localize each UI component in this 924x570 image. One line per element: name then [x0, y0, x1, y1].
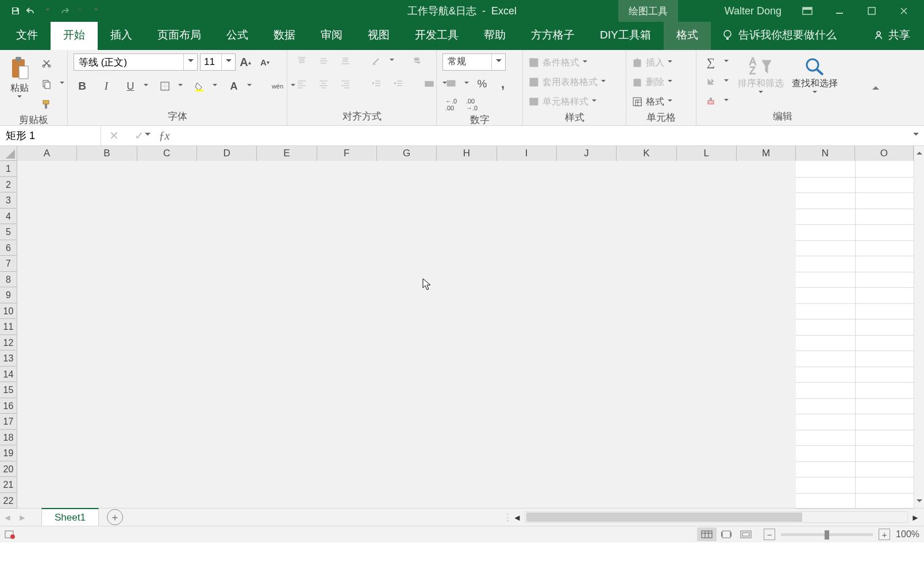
column-header[interactable]: H — [437, 146, 496, 161]
merge-center-button[interactable] — [421, 76, 438, 91]
column-header[interactable]: K — [617, 146, 676, 161]
row-header[interactable]: 2 — [0, 177, 17, 193]
format-painter-button[interactable] — [38, 97, 55, 112]
zoom-percentage[interactable]: 100% — [896, 529, 919, 540]
cut-button[interactable] — [38, 56, 55, 71]
decrease-font-button[interactable]: A▾ — [255, 55, 275, 70]
tab-insert[interactable]: 插入 — [98, 21, 145, 50]
decrease-indent-button[interactable] — [368, 76, 385, 91]
row-header[interactable]: 5 — [0, 224, 17, 240]
signed-in-user[interactable]: Walter Dong — [725, 5, 781, 17]
column-header[interactable]: E — [257, 146, 317, 161]
format-as-table-button[interactable]: 套用表格格式 — [529, 74, 607, 90]
tab-scroll-splitter[interactable]: ⋮ — [505, 510, 511, 524]
maximize-button[interactable] — [858, 2, 885, 20]
hscroll-right-button[interactable]: ► — [909, 511, 922, 523]
find-select-button[interactable]: 查找和选择 — [792, 53, 838, 95]
tab-home[interactable]: 开始 — [51, 21, 98, 50]
row-header[interactable]: 18 — [0, 430, 17, 446]
row-header[interactable]: 7 — [0, 256, 17, 272]
copy-button[interactable] — [38, 76, 55, 91]
column-header[interactable]: C — [137, 146, 197, 161]
autosum-dropdown[interactable] — [723, 55, 730, 70]
sheet-tab-active[interactable]: Sheet1 — [41, 508, 99, 526]
tab-file[interactable]: 文件 — [3, 21, 51, 50]
copy-dropdown[interactable] — [59, 76, 66, 91]
zoom-in-button[interactable]: + — [879, 529, 890, 540]
column-header[interactable]: L — [677, 146, 737, 161]
hscroll-track[interactable] — [525, 511, 908, 523]
expand-formula-bar-button[interactable] — [908, 126, 924, 145]
normal-view-button[interactable] — [697, 527, 717, 541]
tab-view[interactable]: 视图 — [355, 21, 402, 50]
italic-button[interactable]: I — [98, 79, 115, 94]
format-cells-button[interactable]: 格式 — [632, 94, 673, 110]
row-header[interactable]: 6 — [0, 240, 17, 256]
font-size-dropdown-icon[interactable] — [221, 54, 235, 70]
comma-style-button[interactable]: , — [494, 76, 511, 91]
accounting-format-button[interactable]: ¥ — [442, 76, 460, 91]
tab-ffgz[interactable]: 方方格子 — [518, 21, 587, 50]
row-header[interactable]: 1 — [0, 161, 17, 177]
redo-button[interactable] — [57, 5, 70, 17]
column-header[interactable]: D — [197, 146, 257, 161]
percent-style-button[interactable]: % — [473, 76, 491, 91]
cell-styles-button[interactable]: 单元格样式 — [529, 94, 598, 110]
tab-pagelayout[interactable]: 页面布局 — [145, 21, 214, 50]
tab-review[interactable]: 审阅 — [308, 21, 355, 50]
column-header[interactable]: B — [77, 146, 137, 161]
increase-decimal-button[interactable]: ←.0.00 — [442, 97, 460, 112]
collapse-ribbon-button[interactable] — [869, 50, 883, 125]
cells-grid[interactable] — [17, 161, 914, 508]
tab-format[interactable]: 格式 — [664, 21, 711, 50]
align-bottom-button[interactable] — [337, 53, 354, 68]
hscroll-thumb[interactable] — [526, 513, 802, 522]
underline-dropdown[interactable] — [143, 79, 149, 94]
column-header[interactable]: I — [497, 146, 557, 161]
row-header[interactable]: 16 — [0, 398, 17, 414]
hscroll-left-button[interactable]: ◄ — [511, 511, 523, 523]
vertical-scrollbar[interactable] — [914, 146, 924, 508]
underline-button[interactable]: U — [122, 79, 139, 94]
fill-color-dropdown[interactable] — [211, 79, 218, 94]
insert-cells-button[interactable]: 插入 — [632, 55, 673, 71]
row-header[interactable]: 15 — [0, 382, 17, 398]
row-header[interactable]: 22 — [0, 493, 17, 509]
font-color-dropdown[interactable] — [246, 79, 253, 94]
increase-indent-button[interactable] — [390, 76, 407, 91]
row-header[interactable]: 14 — [0, 367, 17, 383]
macro-record-icon[interactable] — [5, 530, 16, 539]
share-button[interactable]: 共享 — [860, 28, 924, 50]
insert-function-button[interactable]: ƒx — [152, 126, 177, 145]
row-header[interactable]: 12 — [0, 335, 17, 351]
undo-dropdown[interactable] — [41, 5, 54, 17]
autosum-button[interactable]: ∑ — [702, 55, 719, 70]
sort-filter-button[interactable]: AZ 排序和筛选 — [738, 53, 784, 95]
font-color-button[interactable]: A — [225, 79, 242, 94]
tab-formulas[interactable]: 公式 — [214, 21, 261, 50]
font-size-combo[interactable] — [200, 53, 236, 71]
fill-button[interactable] — [702, 74, 719, 89]
fill-color-button[interactable] — [191, 79, 208, 94]
row-header[interactable]: 4 — [0, 209, 17, 225]
align-middle-button[interactable] — [315, 53, 332, 68]
font-name-combo[interactable] — [74, 53, 198, 71]
fill-dropdown[interactable] — [723, 74, 730, 89]
font-size-input[interactable] — [201, 54, 221, 70]
sheet-nav-prev[interactable]: ◄ — [0, 509, 15, 526]
number-format-dropdown-icon[interactable] — [491, 54, 505, 70]
row-header[interactable]: 9 — [0, 287, 17, 303]
formula-input[interactable] — [177, 126, 908, 145]
decrease-decimal-button[interactable]: .00→.0 — [463, 97, 480, 112]
horizontal-scrollbar[interactable]: ⋮ ◄ ► — [123, 510, 924, 524]
close-button[interactable] — [891, 2, 917, 20]
column-header[interactable]: A — [17, 146, 77, 161]
ribbon-display-options-button[interactable] — [794, 2, 821, 20]
row-header[interactable]: 8 — [0, 272, 17, 288]
number-format-combo[interactable]: 常规 — [442, 53, 506, 71]
page-layout-view-button[interactable] — [717, 527, 736, 541]
scroll-up-button[interactable] — [914, 146, 924, 157]
column-header[interactable]: F — [317, 146, 377, 161]
row-header[interactable]: 11 — [0, 319, 17, 335]
row-header[interactable]: 3 — [0, 192, 17, 209]
